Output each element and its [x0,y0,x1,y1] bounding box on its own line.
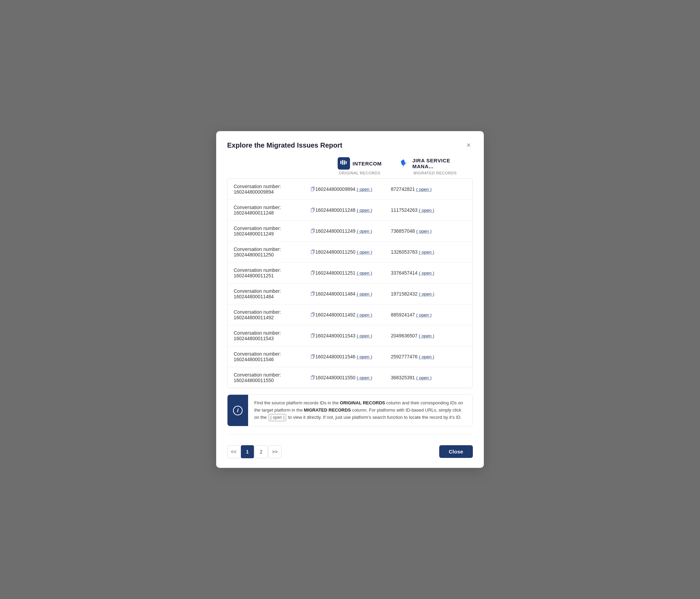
migrated-open-link[interactable]: ( open ) [419,270,434,276]
original-open-link[interactable]: ( open ) [357,229,372,234]
original-open-link[interactable]: ( open ) [357,291,372,297]
info-icon: i [233,406,243,415]
record-conversation-label: Conversation number: 160244800011492 [234,309,308,320]
intercom-col-name: INTERCOM [353,161,382,166]
original-open-link[interactable]: ( open ) [357,375,372,380]
table-row: Conversation number: 160244800011251 🗍 1… [228,263,472,284]
record-migrated-id: 1971582432 ( open ) [391,291,466,297]
pagination-page-1[interactable]: 1 [241,445,254,458]
table-row: Conversation number: 160244800011484 🗍 1… [228,284,472,304]
record-migrated-id: 368325391 ( open ) [391,375,466,380]
copy-icon[interactable]: 🗍 [311,333,315,338]
migrated-open-link[interactable]: ( open ) [419,250,434,255]
svg-rect-2 [344,160,345,165]
original-open-link[interactable]: ( open ) [357,187,372,192]
original-open-link[interactable]: ( open ) [357,354,372,359]
jira-logo [397,157,410,170]
jira-col-sub: MIGRATED RECORDS [413,171,457,175]
modal-close-button[interactable]: × [464,141,473,150]
modal-header: Explore the Migrated Issues Report × [227,141,473,150]
original-open-link[interactable]: ( open ) [357,208,372,213]
record-original-id: 160244800011492 ( open ) [315,312,391,318]
record-label: Conversation number: 160244800011250 🗍 [234,246,315,257]
table-row: Conversation number: 160244800011249 🗍 1… [228,221,472,242]
migrated-open-link[interactable]: ( open ) [419,208,434,213]
original-open-link[interactable]: ( open ) [357,270,372,276]
columns-header: INTERCOM ORIGINAL RECORDS J [227,157,473,175]
modal-title: Explore the Migrated Issues Report [227,141,342,149]
record-conversation-label: Conversation number: 160244800011543 [234,330,308,341]
record-migrated-id: 736857048 ( open ) [391,228,466,234]
record-conversation-label: Conversation number: 160244800011251 [234,267,308,278]
table-row: Conversation number: 160244800009894 🗍 1… [228,179,472,200]
record-label: Conversation number: 160244800011546 🗍 [234,351,315,362]
copy-icon[interactable]: 🗍 [311,312,315,318]
record-conversation-label: Conversation number: 160244800011550 [234,372,308,383]
jira-col-name: JIRA SERVICE MANA... [412,158,473,169]
record-migrated-id: 1117524263 ( open ) [391,207,466,213]
migrated-open-link[interactable]: ( open ) [416,229,432,234]
record-migrated-id: 2592777476 ( open ) [391,354,466,359]
pagination-page-2[interactable]: 2 [255,445,268,458]
svg-rect-1 [342,160,343,165]
copy-icon[interactable]: 🗍 [311,354,315,359]
record-conversation-label: Conversation number: 160244800009894 [234,184,308,195]
record-original-id: 160244800011248 ( open ) [315,207,391,213]
record-original-id: 160244800011250 ( open ) [315,249,391,255]
migrated-open-link[interactable]: ( open ) [419,354,434,359]
record-migrated-id: 1326053783 ( open ) [391,249,466,255]
modal-dialog: Explore the Migrated Issues Report × [216,131,484,468]
record-original-id: 160244800011543 ( open ) [315,333,391,338]
record-migrated-id: 885924147 ( open ) [391,312,466,318]
record-conversation-label: Conversation number: 160244800011250 [234,246,308,257]
table-row: Conversation number: 160244800011250 🗍 1… [228,242,472,263]
migrated-open-link[interactable]: ( open ) [419,291,434,297]
record-label: Conversation number: 160244800011492 🗍 [234,309,315,320]
pagination-prev-prev[interactable]: << [227,445,240,458]
table-row: Conversation number: 160244800011492 🗍 1… [228,304,472,325]
modal-footer: << 1 2 >> Close [227,442,473,458]
record-migrated-id: 3376457414 ( open ) [391,270,466,276]
record-label: Conversation number: 160244800011484 🗍 [234,288,315,299]
copy-icon[interactable]: 🗍 [311,186,315,192]
original-open-link[interactable]: ( open ) [357,333,372,338]
record-conversation-label: Conversation number: 160244800011484 [234,288,308,299]
copy-icon[interactable]: 🗍 [311,228,315,234]
original-col-header: INTERCOM ORIGINAL RECORDS [322,157,397,175]
svg-rect-3 [346,161,347,164]
intercom-logo [338,157,350,170]
migrated-open-link[interactable]: ( open ) [416,312,432,318]
svg-rect-0 [340,161,341,164]
migrated-open-link[interactable]: ( open ) [416,375,432,380]
original-open-link[interactable]: ( open ) [357,250,372,255]
record-original-id: 160244800011550 ( open ) [315,375,391,380]
pagination: << 1 2 >> [227,445,281,458]
table-row: Conversation number: 160244800011546 🗍 1… [228,346,472,367]
intercom-col-sub: ORIGINAL RECORDS [339,171,381,175]
copy-icon[interactable]: 🗍 [311,291,315,297]
pagination-next-next[interactable]: >> [268,445,281,458]
info-text: Find the source platform records IDs in … [248,395,472,426]
close-button[interactable]: Close [439,445,473,458]
info-icon-col: i [228,395,248,426]
copy-icon[interactable]: 🗍 [311,270,315,276]
record-label: Conversation number: 160244800011249 🗍 [234,226,315,237]
record-conversation-label: Conversation number: 160244800011248 [234,205,308,216]
record-original-id: 160244800011484 ( open ) [315,291,391,297]
record-label: Conversation number: 160244800011248 🗍 [234,205,315,216]
copy-icon[interactable]: 🗍 [311,207,315,213]
record-label: Conversation number: 160244800011251 🗍 [234,267,315,278]
jira-col-header: JIRA SERVICE MANA... MIGRATED RECORDS [397,157,473,175]
record-original-id: 160244800011251 ( open ) [315,270,391,276]
migrated-open-link[interactable]: ( open ) [419,333,434,338]
copy-icon[interactable]: 🗍 [311,375,315,380]
record-migrated-id: 2049636507 ( open ) [391,333,466,338]
intercom-col-icon: INTERCOM [338,157,382,170]
original-open-link[interactable]: ( open ) [357,312,372,318]
record-label: Conversation number: 160244800011543 🗍 [234,330,315,341]
info-box: i Find the source platform records IDs i… [227,394,473,426]
copy-icon[interactable]: 🗍 [311,249,315,255]
table-row: Conversation number: 160244800011248 🗍 1… [228,200,472,221]
migrated-open-link[interactable]: ( open ) [416,187,432,192]
record-conversation-label: Conversation number: 160244800011249 [234,226,308,237]
